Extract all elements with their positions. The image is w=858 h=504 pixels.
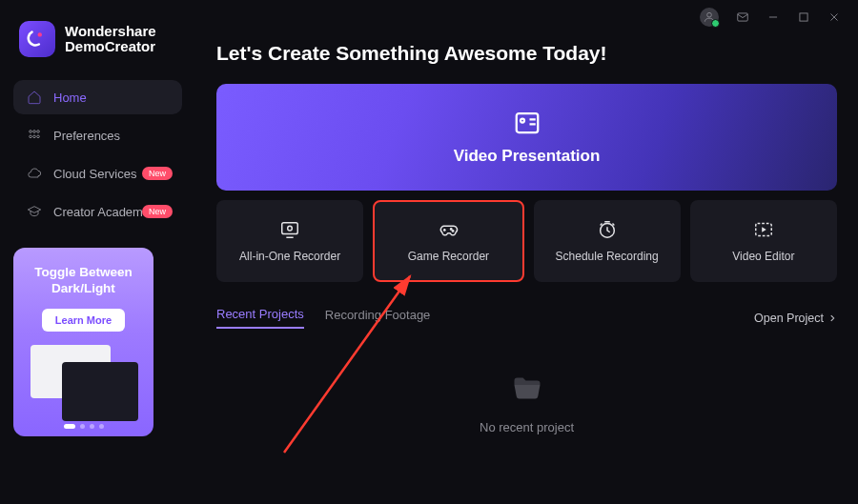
promo-illustration — [25, 341, 142, 427]
empty-state: No recent project — [216, 371, 837, 434]
video-editor-icon — [752, 219, 775, 240]
svg-point-5 — [33, 131, 36, 133]
sidebar-item-label: Home — [53, 91, 87, 105]
promo-title-l2: Dark/Light — [25, 281, 142, 297]
card-label: All-in-One Recorder — [239, 250, 340, 263]
app-name-line2: DemoCreator — [65, 39, 156, 55]
app-name-line1: Wondershare — [65, 24, 156, 40]
card-label: Video Editor — [732, 250, 794, 263]
tab-recent-projects[interactable]: Recent Projects — [216, 307, 304, 329]
svg-point-15 — [453, 231, 454, 232]
hero-label: Video Presentation — [454, 147, 601, 166]
video-presentation-card[interactable]: Video Presentation — [216, 84, 837, 191]
cloud-icon — [27, 166, 42, 181]
app-logo: Wondershare DemoCreator — [13, 21, 182, 80]
svg-point-13 — [288, 226, 293, 231]
grad-cap-icon — [27, 204, 42, 219]
svg-rect-10 — [516, 113, 538, 132]
main-content: Let's Create Something Awesome Today! Vi… — [195, 0, 858, 504]
svg-point-6 — [37, 131, 40, 133]
card-label: Schedule Recording — [556, 250, 659, 263]
svg-point-14 — [451, 229, 452, 230]
new-badge: New — [142, 205, 173, 218]
svg-point-9 — [37, 135, 40, 138]
logo-mark — [19, 21, 55, 57]
sidebar-item-home[interactable]: Home — [13, 80, 182, 114]
svg-point-7 — [30, 135, 32, 138]
svg-rect-12 — [282, 223, 298, 234]
sidebar-nav: Home Preferences Cloud Services New Crea… — [13, 80, 182, 229]
sidebar-item-label: Creator Academ... — [53, 205, 153, 219]
page-heading: Let's Create Something Awesome Today! — [216, 42, 837, 65]
presentation-icon — [513, 109, 541, 137]
learn-more-button[interactable]: Learn More — [42, 309, 125, 332]
svg-point-4 — [30, 131, 32, 133]
empty-text: No recent project — [480, 420, 574, 434]
svg-point-8 — [33, 135, 36, 138]
sidebar-item-label: Preferences — [53, 129, 120, 143]
card-label: Game Recorder — [408, 250, 489, 263]
promo-card[interactable]: Toggle Between Dark/Light Learn More — [13, 248, 153, 436]
chevron-right-icon — [827, 313, 837, 323]
home-icon — [27, 90, 42, 105]
tab-recording-footage[interactable]: Recording Footage — [325, 308, 431, 328]
sidebar-item-academy[interactable]: Creator Academ... New — [13, 194, 182, 229]
sidebar-item-label: Cloud Services — [53, 167, 136, 181]
sidebar: Wondershare DemoCreator Home Preferences… — [0, 0, 195, 504]
svg-point-11 — [521, 119, 524, 123]
grid-icon — [27, 128, 42, 143]
monitor-icon — [278, 219, 301, 240]
sidebar-item-preferences[interactable]: Preferences — [13, 118, 182, 152]
open-project-button[interactable]: Open Project — [754, 312, 837, 325]
all-in-one-recorder-card[interactable]: All-in-One Recorder — [216, 200, 363, 282]
video-editor-card[interactable]: Video Editor — [690, 200, 837, 282]
new-badge: New — [142, 167, 173, 180]
clock-icon — [596, 219, 619, 240]
folder-icon — [507, 371, 547, 405]
svg-point-3 — [38, 32, 42, 36]
sidebar-item-cloud[interactable]: Cloud Services New — [13, 156, 182, 191]
gamepad-icon — [437, 219, 460, 240]
game-recorder-card[interactable]: Game Recorder — [373, 200, 523, 282]
promo-title-l1: Toggle Between — [25, 265, 142, 281]
schedule-recording-card[interactable]: Schedule Recording — [534, 200, 681, 282]
